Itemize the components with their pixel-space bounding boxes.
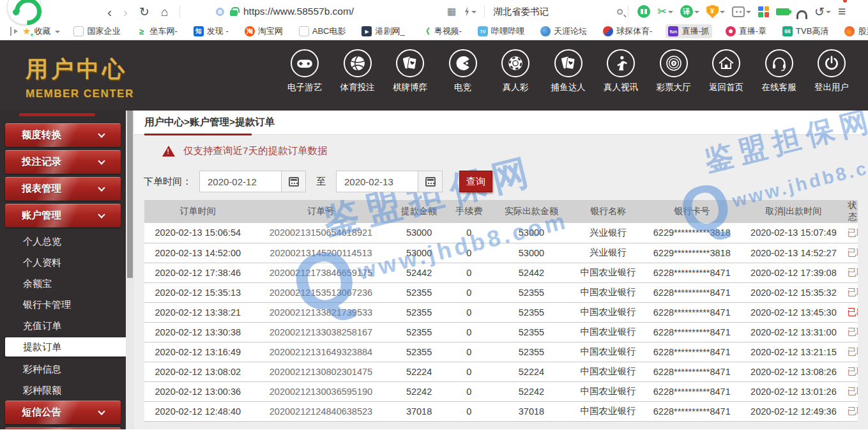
- header-nav-item-10[interactable]: 在线客服: [754, 49, 804, 93]
- table-cell: 中国农业银行: [572, 381, 644, 401]
- bookmark-label: 淘宝网: [258, 26, 283, 37]
- bookmarks-list: 国家企业≥坐车网-知发现 -淘淘宝网ABC电影▶港剧网_《粤视频-TV哔哩哔哩天…: [71, 24, 868, 38]
- favorites-button[interactable]: ★ 收藏: [22, 26, 60, 37]
- bookmark-item[interactable]: 直播-章: [723, 24, 769, 38]
- column-header: 实际出款金额: [491, 200, 572, 223]
- scrollbar-thumb[interactable]: [127, 111, 133, 278]
- sidebar-scrollbar[interactable]: [126, 111, 134, 429]
- bookmark-item[interactable]: 国家企业: [71, 24, 123, 38]
- sidebar-item[interactable]: 彩种信息: [0, 358, 126, 380]
- qr-code-icon[interactable]: ▦: [447, 6, 456, 17]
- bookmark-item[interactable]: 天涯论坛: [538, 24, 590, 38]
- browser-logo-icon[interactable]: [8, 0, 41, 24]
- sidebar-group[interactable]: 投注记录: [5, 150, 121, 174]
- header-nav-item-7[interactable]: 真人视讯: [596, 49, 646, 93]
- wallet-shield-icon[interactable]: [706, 5, 725, 19]
- bookmark-item[interactable]: 《粤视频-: [418, 24, 464, 38]
- calendar-button-from[interactable]: [281, 171, 305, 192]
- table-row: 2020-02-13 15:06:54202002131506546189215…: [144, 223, 858, 243]
- header-nav-item-5[interactable]: 真人彩: [491, 49, 540, 93]
- header-nav-label: 捕鱼达人: [551, 82, 586, 93]
- sidebar-item[interactable]: 银行卡管理: [0, 294, 126, 315]
- refresh-icon[interactable]: ↻: [139, 6, 149, 18]
- status-cell: 已取消: [847, 401, 858, 421]
- header-nav-item-2[interactable]: 体育投注: [333, 49, 383, 93]
- bookmark-item[interactable]: 淘淘宝网: [242, 24, 286, 38]
- header-nav-item-3[interactable]: 棋牌博弈: [385, 49, 435, 93]
- zhihu-favicon: 知: [194, 26, 204, 36]
- header-nav-item-6[interactable]: 捕鱼达人: [544, 49, 593, 93]
- headphones-icon[interactable]: [796, 7, 807, 17]
- date-to-input[interactable]: [337, 176, 418, 187]
- sidebar-group[interactable]: 报表管理: [5, 177, 121, 201]
- battery-icon[interactable]: [776, 8, 789, 15]
- header-nav-item-11[interactable]: 登出用户: [807, 49, 857, 93]
- table-row: 2020-02-12 13:00:36202002121300365951905…: [144, 381, 858, 401]
- back-icon[interactable]: ‹: [107, 5, 112, 19]
- reader-mode-icon[interactable]: [637, 5, 650, 18]
- sidebar-group[interactable]: 短信公告: [5, 401, 121, 424]
- forward-icon[interactable]: ›: [123, 5, 128, 19]
- status-cell: 已取消: [847, 223, 858, 243]
- bookmark-label: 股票首页: [858, 26, 868, 37]
- table-cell: 2020-02-12 13:01:26: [740, 381, 848, 401]
- date-from-input[interactable]: [200, 176, 281, 187]
- bookmark-item[interactable]: ABC电影: [296, 24, 349, 38]
- star-icon: ★: [22, 26, 31, 37]
- bookmark-item[interactable]: ▶港剧网_: [359, 24, 407, 38]
- chevron-down-icon: [98, 130, 105, 137]
- table-cell: 20200213145200114513: [252, 243, 391, 263]
- sidebar-item[interactable]: 彩种限额: [0, 380, 126, 401]
- sidebar-group-partial[interactable]: [5, 427, 121, 429]
- menu-icon[interactable]: ≡: [838, 4, 846, 19]
- bookmark-item[interactable]: fun直播-抓: [666, 24, 712, 38]
- apps-grid-icon[interactable]: [758, 6, 769, 17]
- home-icon-browser[interactable]: ⌂: [161, 6, 168, 18]
- search-icon[interactable]: [617, 9, 623, 15]
- table-cell: 6229**********3818: [644, 223, 740, 243]
- sidebar-item[interactable]: 余额宝: [0, 273, 126, 294]
- sidebar-item[interactable]: 充值订单: [0, 315, 126, 336]
- query-button[interactable]: 查询: [459, 171, 492, 192]
- sidebar-item[interactable]: 个人总览: [0, 231, 126, 252]
- table-cell: 52355: [491, 282, 572, 302]
- games-box-icon[interactable]: [732, 6, 751, 17]
- translate-icon[interactable]: [680, 5, 699, 18]
- withdraw-orders-table: 订单时间订单号提款金额手续费实际出款金额银行名称银行卡号取消|出款时间状态 20…: [144, 200, 858, 422]
- table-cell: 0: [448, 243, 491, 263]
- bookmark-item[interactable]: TV哔哩哔哩: [475, 24, 527, 38]
- table-cell: 20200212131649323884: [252, 342, 391, 362]
- browser-search-input[interactable]: [493, 6, 617, 17]
- site-info-icon[interactable]: [216, 8, 224, 16]
- header-nav-item-9[interactable]: 返回首页: [701, 49, 751, 93]
- bookmark-item[interactable]: 球探体育-: [600, 24, 655, 38]
- bookmarks-panel-icon[interactable]: [10, 27, 11, 36]
- header-nav-label: 体育投注: [340, 82, 375, 93]
- sidebar-group[interactable]: 额度转换: [5, 123, 121, 147]
- quick-access-icon[interactable]: [464, 6, 476, 17]
- status-cell: 已取消: [847, 282, 858, 302]
- calendar-button-to[interactable]: [418, 171, 442, 192]
- header-nav-label: 在线客服: [762, 82, 796, 93]
- table-cell: 0: [448, 401, 491, 421]
- bookmark-item[interactable]: 66TVB高清: [780, 24, 831, 38]
- table-cell: 37018: [491, 401, 572, 421]
- header-nav-item-8[interactable]: 8彩票大厅: [649, 49, 699, 93]
- sidebar-item[interactable]: 提款订单: [5, 337, 126, 357]
- doc-favicon: [73, 26, 84, 36]
- table-cell: 中国农业银行: [572, 322, 644, 342]
- url-text[interactable]: https://www.58557b.com/: [243, 6, 354, 17]
- header-nav-item-4[interactable]: 电竞: [438, 49, 488, 93]
- bookmark-item[interactable]: 知发现 -: [191, 24, 231, 38]
- bookmark-item[interactable]: ≥坐车网-: [133, 24, 179, 38]
- header-nav-item-1[interactable]: 电子游艺: [280, 49, 330, 93]
- bookmark-item[interactable]: 股票首页: [842, 24, 868, 38]
- sidebar-item[interactable]: 个人资料: [0, 252, 126, 273]
- sidebar-group[interactable]: 账户管理: [5, 204, 121, 227]
- screenshot-scissors-icon[interactable]: ✂: [657, 4, 673, 19]
- status-cell: 已取消: [847, 263, 858, 282]
- address-bar[interactable]: https://www.58557b.com/: [216, 0, 354, 23]
- header-nav-label: 电子游艺: [287, 82, 322, 93]
- table-cell: 0: [448, 322, 491, 342]
- undo-icon[interactable]: ↺: [814, 4, 831, 19]
